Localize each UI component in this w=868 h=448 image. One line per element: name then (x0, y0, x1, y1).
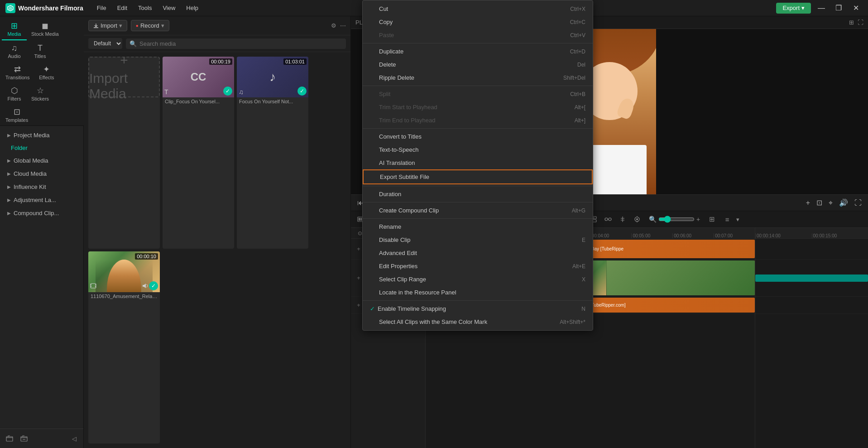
sidebar-item-adjustment[interactable]: ▶ Adjustment La... (2, 193, 82, 207)
sidebar-item-cloud-media[interactable]: ▶ Cloud Media (2, 167, 82, 180)
tab-templates[interactable]: ⊡ Templates (2, 105, 32, 125)
ctx-delete[interactable]: Delete Del (363, 58, 593, 71)
teal-clip[interactable] (755, 275, 868, 282)
minimize-button[interactable]: — (815, 3, 828, 14)
import-media-thumb[interactable]: + Import Media (88, 57, 160, 249)
split-audio-button[interactable] (616, 213, 629, 226)
ctx-locate-resource[interactable]: Locate in the Resource Panel (363, 286, 593, 299)
ctx-convert-titles-label: Convert to Titles (379, 133, 422, 140)
ctx-ripple-delete[interactable]: Ripple Delete Shift+Del (363, 71, 593, 84)
sidebar-item-global-media[interactable]: ▶ Global Media (2, 154, 82, 167)
fit-button[interactable]: ⊡ (815, 198, 824, 208)
zoom-out-icon[interactable]: 🔍 (649, 216, 657, 223)
arrow-icon-3: ▶ (7, 171, 11, 176)
arrow-icon: ▶ (7, 133, 11, 138)
zoom-in-icon[interactable]: + (696, 216, 700, 223)
ctx-edit-properties[interactable]: Edit Properties Alt+E (363, 260, 593, 273)
tab-titles[interactable]: T Titles (28, 41, 53, 62)
ctx-text-to-speech[interactable]: Text-to-Speech (363, 143, 593, 156)
tab-effects[interactable]: ✦ Effects (34, 63, 59, 83)
import-button[interactable]: Import ▾ (88, 20, 127, 31)
add-folder-button[interactable] (4, 433, 15, 444)
tab-media[interactable]: ⊞ Media (2, 19, 27, 40)
audio1-right (755, 297, 868, 314)
ctx-rename-label: Rename (379, 223, 401, 230)
app-name: Wondershare Filmora (18, 5, 83, 12)
thumb-time-1: 00:00:19 (209, 58, 232, 65)
record-button[interactable]: ● Record ▾ (131, 20, 169, 31)
crop-button[interactable]: ⌖ (827, 198, 834, 208)
clip-thumb-3[interactable]: 00:00:10 ✓ 1110670_Amusement_Relation_12… (88, 251, 160, 443)
check-icon-3: ✓ (149, 281, 158, 290)
tab-transitions[interactable]: ⇄ Transitions (2, 63, 33, 83)
filter-icon[interactable]: ⚙ (331, 22, 336, 29)
export-button[interactable]: Export ▾ (776, 3, 811, 14)
preview-right-controls: + ⊡ ⌖ 🔊 ⛶ (804, 198, 863, 208)
ctx-convert-titles[interactable]: Convert to Titles (363, 130, 593, 143)
ctx-cut[interactable]: Cut Ctrl+X (363, 2, 593, 15)
audio-preview-button[interactable]: 🔊 (837, 198, 850, 208)
zoom-in-button[interactable]: + (804, 198, 812, 208)
menu-tools[interactable]: Tools (134, 3, 156, 13)
menu-help[interactable]: Help (182, 3, 203, 13)
maximize-button[interactable]: ❐ (832, 3, 845, 14)
ctx-sep-5 (363, 202, 593, 202)
svg-point-20 (636, 218, 638, 220)
grid-view-button[interactable]: ⊞ (705, 213, 718, 226)
tab-filters[interactable]: ⬡ Filters (2, 84, 27, 104)
ctx-duplicate-label: Duplicate (379, 48, 403, 55)
ctx-paste-shortcut: Ctrl+V (570, 32, 585, 39)
ctx-disable-clip-shortcut: E (582, 237, 585, 243)
music-icon: ♫ (239, 88, 244, 96)
sidebar-item-compound-clip[interactable]: ▶ Compound Clip... (2, 207, 82, 220)
ctx-advanced-edit[interactable]: Advanced Edit (363, 246, 593, 260)
media-area: Import ▾ ● Record ▾ ⚙ ⋯ Default 🔍 (84, 16, 351, 448)
sidebar-item-folder[interactable]: Folder (0, 142, 83, 154)
ctx-copy[interactable]: Copy Ctrl+C (363, 15, 593, 29)
ctx-enable-snapping[interactable]: ✓ Enable Timeline Snapping N (363, 302, 593, 315)
clip-thumb-2[interactable]: ♪ 01:03:01 ✓ ♫ Focus On Yourself Not... (237, 57, 308, 249)
ctx-export-subtitle-label: Export Subtitle File (380, 173, 429, 180)
ctx-duplicate[interactable]: Duplicate Ctrl+D (363, 45, 593, 58)
ctx-disable-clip[interactable]: Disable Clip E (363, 233, 593, 246)
ctx-advanced-edit-label: Advanced Edit (379, 250, 417, 256)
arrow-icon-6: ▶ (7, 211, 11, 216)
menu-view[interactable]: View (158, 3, 180, 13)
clip-thumb-1[interactable]: CC 00:00:19 ✓ T Clip_Focus On Yoursel... (163, 57, 234, 249)
menu-edit[interactable]: Edit (113, 3, 132, 13)
list-view-button[interactable]: ≡ (721, 213, 734, 226)
link-button[interactable] (602, 213, 614, 226)
ctx-create-compound[interactable]: Create Compound Clip Alt+G (363, 204, 593, 217)
sidebar-item-project-media[interactable]: ▶ Project Media (2, 129, 82, 142)
ctx-rename[interactable]: Rename (363, 220, 593, 233)
ai-effects-button[interactable] (631, 213, 643, 226)
left-panel: ▶ Project Media Folder ▶ Global Media ▶ … (0, 126, 84, 448)
more-icon[interactable]: ⋯ (340, 22, 346, 29)
ctx-split-label: Split (379, 91, 390, 97)
tab-audio[interactable]: ♫ Audio (2, 41, 27, 62)
tab-stock-media[interactable]: ◼ Stock Media (28, 19, 62, 40)
search-input[interactable] (139, 40, 342, 47)
remove-folder-button[interactable] (18, 433, 30, 444)
aspect-ratio-button[interactable]: ⛶ (853, 198, 863, 208)
sidebar-item-influence-kit[interactable]: ▶ Influence Kit (2, 180, 82, 193)
ctx-export-subtitle[interactable]: Export Subtitle File (363, 169, 593, 184)
fullscreen-icon[interactable]: ⛶ (858, 19, 863, 26)
ctx-ai-translation[interactable]: AI Translation (363, 156, 593, 169)
ctx-select-same-color[interactable]: Select All Clips with the Same Color Mar… (363, 315, 593, 328)
sort-dropdown[interactable]: Default (88, 38, 122, 49)
ctx-enable-snapping-label: Enable Timeline Snapping (378, 305, 446, 312)
grid-layout-icon[interactable]: ⊞ (849, 19, 854, 26)
ctx-duplicate-shortcut: Ctrl+D (570, 48, 585, 55)
tab-stickers[interactable]: ☆ Stickers (28, 84, 53, 104)
menu-file[interactable]: File (92, 3, 111, 13)
ctx-locate-resource-label: Locate in the Resource Panel (379, 289, 456, 296)
close-button[interactable]: ✕ (849, 3, 863, 14)
svg-rect-10 (359, 218, 360, 221)
zoom-slider[interactable] (658, 216, 695, 223)
ctx-duration[interactable]: Duration (363, 188, 593, 201)
thumb-time-3: 00:00:10 (135, 253, 158, 260)
ctx-select-clip-range[interactable]: Select Clip Range X (363, 273, 593, 286)
collapse-button[interactable]: ◁ (69, 433, 80, 444)
audio-icon: ♫ (11, 44, 18, 52)
